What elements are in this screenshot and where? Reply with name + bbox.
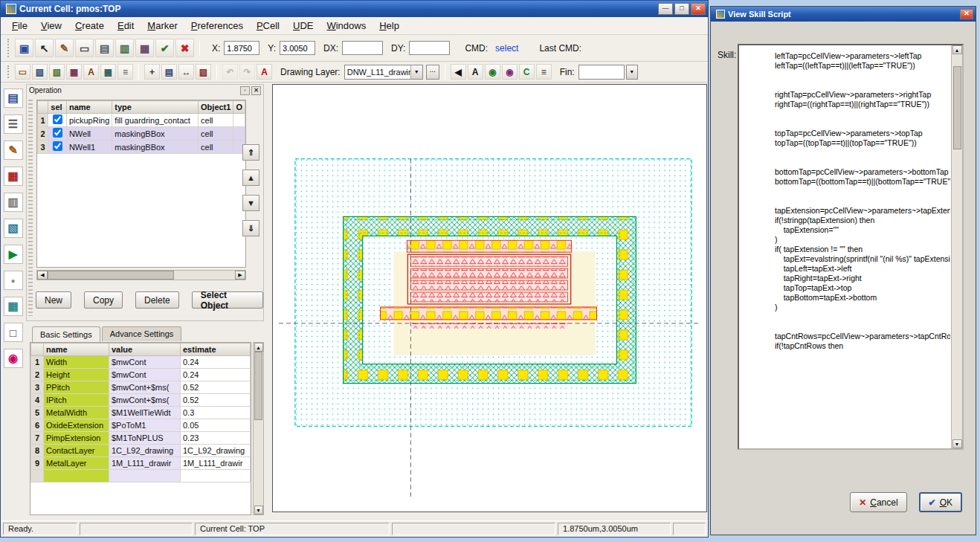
scrollbar-thumb[interactable] xyxy=(48,271,174,280)
settings-row-ContactLayer[interactable]: 8ContactLayer1C_L92_drawing1C_L92_drawin… xyxy=(31,445,251,457)
panel-close-button[interactable]: ✕ xyxy=(251,86,261,95)
chevron-down-icon[interactable]: ▼ xyxy=(410,65,422,79)
text-icon[interactable]: A xyxy=(468,64,483,80)
scrollbar-thumb[interactable] xyxy=(254,352,262,420)
operation-table[interactable]: sel name type Object1 O 1pickupRingfill … xyxy=(36,100,246,268)
list-icon[interactable]: ☰ xyxy=(4,114,23,134)
polygon-tool-icon[interactable]: ▧ xyxy=(49,64,65,80)
scroll-up-button[interactable]: ▲ xyxy=(242,170,259,186)
param-value-cell[interactable]: $mwCont xyxy=(109,356,181,369)
layer-more-button[interactable]: ... xyxy=(426,65,439,80)
stop-icon[interactable]: ✖ xyxy=(175,39,194,57)
param-estimate-cell[interactable]: 0.05 xyxy=(181,419,251,432)
param-value-cell[interactable] xyxy=(109,470,181,483)
cancel-button[interactable]: ✕ Cancel xyxy=(850,492,906,512)
back-icon[interactable]: ◀ xyxy=(451,64,466,80)
skill-titlebar[interactable]: View Skill Script ✕ xyxy=(711,7,976,22)
horizontal-scrollbar[interactable]: ◀ ▶ xyxy=(36,270,246,280)
new-button[interactable]: New xyxy=(36,291,71,309)
scroll-up-icon[interactable]: ▲ xyxy=(952,45,962,54)
palette-icon[interactable]: ◉ xyxy=(4,349,23,368)
fin-combobox[interactable] xyxy=(578,65,625,80)
param-name-cell[interactable]: Width xyxy=(44,356,109,369)
move-icon[interactable]: + xyxy=(144,64,160,80)
param-value-cell[interactable]: 1M_L111_drawir xyxy=(109,457,181,470)
param-value-cell[interactable]: $mwCont xyxy=(109,369,181,381)
param-name-cell[interactable]: OxideExtension xyxy=(44,419,109,432)
sel-checkbox[interactable] xyxy=(53,128,62,138)
main-titlebar[interactable]: Current Cell: pmos:TOP — □ ✕ xyxy=(1,1,708,17)
label-tool-icon[interactable]: A xyxy=(83,64,99,80)
settings-row-clipped[interactable] xyxy=(31,470,251,483)
menu-windows[interactable]: Windows xyxy=(320,19,373,33)
resize-grip[interactable] xyxy=(673,523,706,535)
stretch-edit-icon[interactable]: ↔ xyxy=(178,64,194,80)
browser-icon[interactable]: ▤ xyxy=(4,88,23,108)
delete-icon[interactable]: ▨ xyxy=(196,64,211,80)
fin-chevron-down-icon[interactable]: ▼ xyxy=(626,65,638,80)
param-name-cell[interactable]: MetalWidth xyxy=(44,407,109,419)
menu-pcell[interactable]: PCell xyxy=(250,19,286,33)
menu-help[interactable]: Help xyxy=(373,19,406,33)
clipboard-icon[interactable]: ▥ xyxy=(4,193,23,212)
scroll-down-icon[interactable]: ▼ xyxy=(952,439,962,448)
settings-row-Height[interactable]: 2Height$mwCont0.24 xyxy=(31,369,251,381)
scroll-bottom-button[interactable]: ⇓ xyxy=(242,220,259,236)
param-name-cell[interactable] xyxy=(44,470,109,483)
param-name-cell[interactable]: IPitch xyxy=(44,394,109,407)
menu-view[interactable]: View xyxy=(34,19,68,33)
redo-icon[interactable]: ↷ xyxy=(239,64,255,80)
menu-edit[interactable]: Edit xyxy=(111,19,141,33)
attach-icon[interactable]: A xyxy=(257,64,272,80)
menu-create[interactable]: Create xyxy=(68,19,111,33)
menu-marker[interactable]: Marker xyxy=(141,19,184,33)
param-estimate-cell[interactable]: 0.24 xyxy=(181,369,251,381)
undo-icon[interactable]: ↶ xyxy=(222,64,238,80)
pointer-icon[interactable]: ↖ xyxy=(35,39,54,57)
param-estimate-cell[interactable]: 1M_L111_drawir xyxy=(181,457,251,470)
scroll-up-icon[interactable]: ▲ xyxy=(254,343,263,352)
operation-row-NWell[interactable]: 2NWellmaskingBBoxcell xyxy=(38,127,245,141)
col-estimate[interactable]: estimate xyxy=(181,343,251,356)
instance-tool-icon[interactable]: ▩ xyxy=(100,64,116,80)
skill-code[interactable]: leftTap=pcCellView~>parameters~>leftTap … xyxy=(739,45,950,448)
param-estimate-cell[interactable] xyxy=(181,470,251,483)
grid-icon[interactable]: ▦ xyxy=(4,297,23,316)
param-estimate-cell[interactable]: 0.3 xyxy=(181,407,251,419)
param-name-cell[interactable]: PPitch xyxy=(44,381,109,394)
settings-row-Width[interactable]: 1Width$mwCont0.24 xyxy=(31,356,251,369)
scroll-right-icon[interactable]: ▶ xyxy=(235,271,245,280)
select-object-button[interactable]: Select Object xyxy=(192,291,263,309)
param-value-cell[interactable]: $PoToM1 xyxy=(109,419,181,432)
scroll-top-button[interactable]: ⇑ xyxy=(242,144,259,161)
param-estimate-cell[interactable]: 0.24 xyxy=(181,356,251,369)
ruler-tool-icon[interactable]: ≡ xyxy=(117,64,133,80)
settings-scrollbar[interactable]: ▲ ▼ xyxy=(253,342,264,515)
param-estimate-cell[interactable]: 0.52 xyxy=(181,394,251,407)
param-value-cell[interactable]: $mwCont+$ms( xyxy=(109,394,181,407)
edit-icon[interactable]: ✎ xyxy=(55,39,74,57)
col-name[interactable]: name xyxy=(66,101,112,114)
close-button[interactable]: ✕ xyxy=(691,3,706,15)
col-sel[interactable]: sel xyxy=(48,101,67,114)
sel-checkbox[interactable] xyxy=(53,141,62,151)
draw-icon[interactable]: ▧ xyxy=(4,219,23,238)
param-estimate-cell[interactable]: 1C_L92_drawing xyxy=(181,445,251,457)
col-name[interactable]: name xyxy=(44,343,109,356)
sel-checkbox[interactable] xyxy=(53,114,62,124)
menu-file[interactable]: File xyxy=(5,19,34,33)
toolbar-grip[interactable] xyxy=(7,65,10,78)
settings-row-OxideExtension[interactable]: 6OxideExtension$PoToM10.05 xyxy=(31,419,251,432)
delete-button[interactable]: Delete xyxy=(135,291,179,309)
dot-icon[interactable]: ▪ xyxy=(4,271,23,290)
minimize-button[interactable]: — xyxy=(658,3,673,15)
param-name-cell[interactable]: PimpExtension xyxy=(44,432,109,445)
col-type[interactable]: type xyxy=(112,101,199,114)
operation-row-NWell1[interactable]: 3NWell1maskingBBoxcell xyxy=(38,141,245,154)
align-icon[interactable]: ≡ xyxy=(536,64,552,80)
check-icon[interactable]: ✔ xyxy=(155,39,174,57)
param-value-cell[interactable]: $mwCont+$ms( xyxy=(109,381,181,394)
toolbar-grip[interactable] xyxy=(7,39,10,57)
compile-icon[interactable]: C xyxy=(519,64,535,80)
rectangle-tool-icon[interactable]: ▭ xyxy=(15,64,30,80)
